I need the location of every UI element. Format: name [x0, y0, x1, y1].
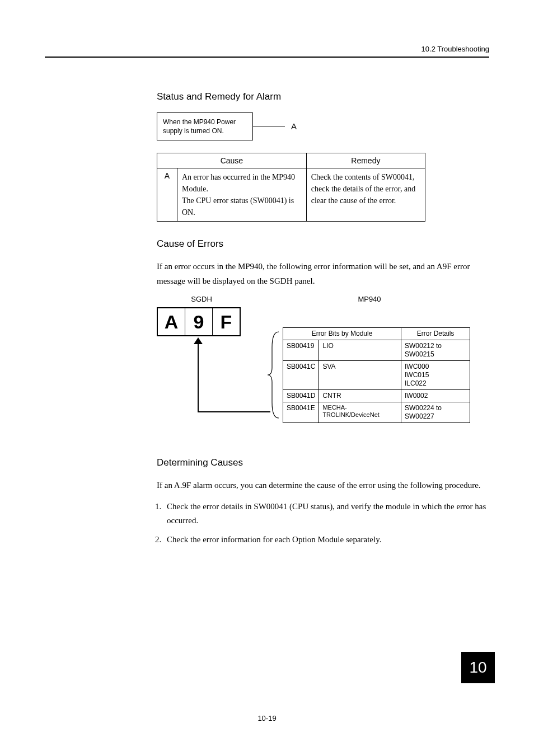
sgdh-label: SGDH	[157, 295, 246, 303]
seven-segment-display: A 9 F	[157, 307, 241, 336]
list-item: Check the error details in SW00041 (CPU …	[163, 500, 489, 528]
reg-cell: SB0041D	[283, 390, 319, 402]
display-char-3: F	[213, 308, 240, 335]
heading-determining: Determining Causes	[157, 457, 489, 468]
table-row: SB0041D CNTR IW0002	[283, 390, 470, 402]
reg-cell: SB0041E	[283, 402, 319, 423]
condition-box: When the MP940 Power supply is turned ON…	[157, 112, 253, 140]
cause-row-label: A	[157, 168, 177, 222]
reg-cell: SB0041C	[283, 361, 319, 390]
condition-label: A	[291, 121, 297, 131]
condition-line1: When the MP940 Power	[163, 118, 236, 126]
list-item: Check the error information for each Opt…	[163, 533, 489, 547]
cause-errors-intro: If an error occurs in the MP940, the fol…	[157, 260, 489, 288]
heading-status-remedy: Status and Remedy for Alarm	[157, 91, 489, 102]
mod-cell: MECHA-TROLINK/DeviceNet	[319, 402, 401, 423]
det-cell: SW00212 to SW00215	[401, 340, 470, 361]
display-char-1: A	[158, 308, 185, 335]
header-rule	[45, 57, 489, 58]
table-row: SB0041E MECHA-TROLINK/DeviceNet SW00224 …	[283, 402, 470, 423]
mod-cell: LIO	[319, 340, 401, 361]
procedure-list: Check the error details in SW00041 (CPU …	[163, 500, 489, 547]
display-char-2: 9	[185, 308, 213, 335]
det-cell: IWC000 IWC015 ILC022	[401, 361, 470, 390]
page-number: 10-19	[0, 714, 534, 722]
det-cell: IW0002	[401, 390, 470, 402]
heading-cause-errors: Cause of Errors	[157, 238, 489, 250]
det-cell: SW00224 to SW00227	[401, 402, 470, 423]
remedy-header: Remedy	[306, 153, 425, 168]
cause-remedy-table: Cause Remedy A An error has occurred in …	[157, 153, 425, 222]
brace-icon	[266, 331, 280, 419]
table-row: SB0041C SVA IWC000 IWC015 ILC022	[283, 361, 470, 390]
cause-header: Cause	[157, 153, 307, 168]
chapter-number-badge: 10	[461, 652, 495, 683]
cause-cell: An error has occurred in the MP940 Modul…	[177, 168, 306, 222]
remedy-cell: Check the contents of SW00041, check the…	[306, 168, 425, 222]
connector-line	[252, 126, 285, 126]
error-details-header: Error Details	[401, 328, 470, 340]
sgdh-mp940-diagram: SGDH MP940 A 9 F Error Bits by Module Er…	[157, 295, 481, 440]
mod-cell: CNTR	[319, 390, 401, 402]
mod-cell: SVA	[319, 361, 401, 390]
table-row: SB00419 LIO SW00212 to SW00215	[283, 340, 470, 361]
cause-line1: An error has occurred in the MP940 Modul…	[182, 173, 295, 193]
error-bits-table: Error Bits by Module Error Details SB004…	[283, 327, 470, 423]
mp940-label: MP940	[269, 295, 470, 303]
determining-intro: If an A.9F alarm occurs, you can determi…	[157, 478, 489, 493]
cause-line2: The CPU error status (SW00041) is ON.	[182, 196, 294, 217]
arrow-icon	[194, 337, 203, 412]
status-diagram: When the MP940 Power supply is turned ON…	[157, 112, 489, 146]
error-bits-header: Error Bits by Module	[283, 328, 401, 340]
reg-cell: SB00419	[283, 340, 319, 361]
header-section: 10.2 Troubleshooting	[45, 45, 489, 53]
condition-line2: supply is turned ON.	[163, 127, 224, 135]
